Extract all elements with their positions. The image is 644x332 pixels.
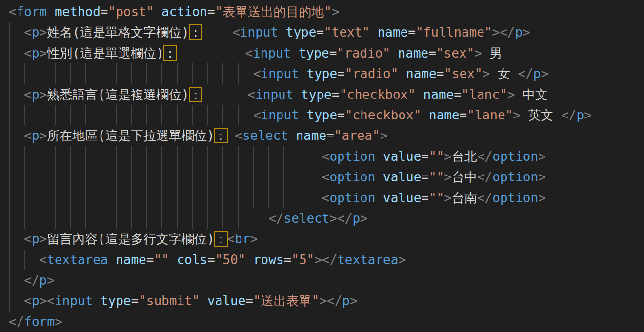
code-token: >	[513, 108, 521, 122]
code-token: textarea	[47, 253, 108, 267]
code-token: br	[235, 232, 250, 246]
code-token	[169, 253, 177, 267]
code-token: "radio"	[345, 66, 399, 81]
code-token: </	[500, 25, 515, 39]
code-token: =	[421, 170, 429, 184]
code-token: <	[40, 253, 47, 267]
code-token: >	[250, 232, 258, 246]
code-token: name	[116, 253, 146, 267]
code-token: <	[322, 170, 330, 184]
code-line[interactable]: <p>姓名(這是單格文字欄位)： <input type="text" name…	[9, 22, 644, 42]
code-line[interactable]: <option value="">台南</option>	[9, 188, 644, 208]
code-line[interactable]: <p><input type="submit" value="送出表單"></p…	[9, 291, 644, 311]
code-token	[47, 4, 55, 19]
indent-guides	[9, 84, 24, 105]
code-token: =	[101, 4, 108, 19]
code-token: </	[327, 293, 342, 308]
code-token: option	[329, 170, 375, 184]
code-token: >	[538, 170, 546, 184]
code-token: ""	[429, 191, 444, 205]
code-token: value	[383, 170, 421, 184]
code-token: "lanc"	[462, 87, 507, 102]
code-token: >	[319, 293, 327, 308]
indent-guides	[9, 22, 24, 42]
code-line[interactable]: <option value="">台北</option>	[9, 146, 644, 167]
code-token: </	[24, 273, 39, 288]
code-token	[154, 4, 161, 19]
code-line[interactable]: <input type="checkbox" name="lane"> 英文 <…	[9, 105, 644, 125]
code-token: type	[101, 293, 131, 308]
code-token: option	[492, 191, 538, 205]
indent-guides	[9, 291, 24, 311]
code-token: method	[55, 4, 101, 19]
code-token: 英文	[521, 108, 561, 122]
code-token	[416, 87, 423, 102]
code-token	[288, 128, 296, 143]
code-token: p	[352, 211, 360, 226]
code-token: <	[24, 232, 32, 246]
code-token: =	[131, 293, 139, 308]
code-line[interactable]: <p>留言內容(這是多行文字欄位)：<br>	[9, 229, 644, 249]
code-token	[245, 253, 253, 267]
indent-guides	[9, 188, 284, 208]
code-token: =	[146, 253, 154, 267]
code-token: p	[32, 232, 40, 246]
code-editor[interactable]: <form method="post" action="表單送出的目的地"><p…	[0, 0, 644, 332]
code-token: >	[538, 191, 546, 205]
code-token: name	[423, 87, 454, 102]
code-line[interactable]: <p>熟悉語言(這是複選欄位)： <input type="checkbox" …	[9, 84, 644, 105]
code-token	[284, 191, 322, 205]
code-token: input	[253, 46, 291, 60]
code-token: <	[253, 108, 261, 122]
code-token	[390, 46, 398, 60]
code-token: textarea	[337, 253, 398, 267]
code-token: >	[40, 128, 47, 143]
code-token: =	[245, 293, 253, 308]
code-token: >	[40, 232, 47, 246]
code-token: "post"	[108, 4, 154, 19]
code-token: >	[40, 293, 47, 308]
code-token	[202, 25, 233, 39]
code-token: rows	[253, 253, 284, 267]
code-token: type	[299, 46, 329, 60]
code-token: type	[301, 87, 332, 102]
unicode-highlight-box: ：	[189, 25, 202, 39]
code-token: =	[326, 128, 334, 143]
code-line[interactable]: <input type="radio" name="sex"> 女 </p>	[9, 63, 644, 84]
code-token: "sex"	[436, 46, 474, 60]
code-line[interactable]: <form method="post" action="表單送出的目的地">	[9, 1, 644, 22]
code-line[interactable]: </p>	[9, 270, 644, 291]
code-token: >	[47, 273, 55, 288]
indent-guides	[9, 229, 24, 249]
code-line[interactable]: <textarea name="" cols="50" rows="5"></t…	[9, 250, 644, 270]
code-line[interactable]: <p>所在地區(這是下拉選單欄位)： <select name="area">	[9, 125, 644, 146]
code-token: "5"	[291, 253, 314, 267]
code-token	[375, 149, 383, 164]
code-token: p	[32, 87, 40, 102]
code-token: p	[342, 293, 350, 308]
code-token: =	[329, 46, 337, 60]
code-token	[299, 108, 307, 122]
code-token: name	[398, 46, 429, 60]
code-token: select	[242, 128, 288, 143]
code-token: >	[541, 66, 549, 81]
code-token: =	[421, 191, 429, 205]
code-line[interactable]: <option value="">台中</option>	[9, 167, 644, 187]
code-token: =	[207, 4, 215, 19]
code-token: </	[322, 253, 337, 267]
code-token: "radio"	[337, 46, 390, 60]
code-token: >	[40, 46, 47, 60]
code-token: >	[40, 25, 47, 39]
code-token: type	[307, 66, 338, 81]
code-token: p	[515, 25, 523, 39]
code-token: <	[24, 293, 32, 308]
code-token: name	[378, 25, 408, 39]
code-token: value	[207, 293, 245, 308]
indent-guides	[9, 105, 253, 125]
code-token: cols	[177, 253, 207, 267]
code-line[interactable]: <p>性別(這是單選欄位)： <input type="radio" name=…	[9, 43, 644, 63]
code-line[interactable]: </select></p>	[9, 208, 644, 229]
code-line[interactable]: </form>	[9, 312, 644, 332]
code-token: "checkbox"	[339, 87, 416, 102]
code-token: p	[576, 108, 584, 122]
